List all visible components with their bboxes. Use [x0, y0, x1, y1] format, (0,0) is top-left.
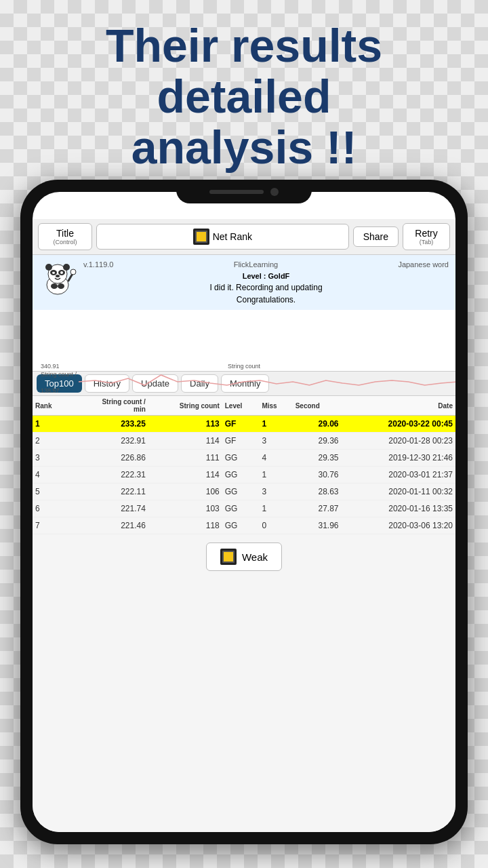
language-text: Japanese word	[398, 259, 449, 271]
weak-button[interactable]: Weak	[206, 542, 282, 571]
retry-button[interactable]: Retry (Tab)	[403, 223, 450, 250]
table-row: 4222.31114GG130.762020-03-01 21:37	[33, 467, 455, 484]
phone-notch	[176, 180, 312, 203]
share-button[interactable]: Share	[353, 226, 399, 247]
app-content: Title (Control) Net Rank Share Retry (Ta…	[33, 219, 455, 832]
chart-y-top: 340.91	[41, 363, 60, 370]
svg-point-12	[58, 283, 64, 289]
title-sub-label: (Control)	[45, 239, 85, 245]
notch-camera	[270, 188, 279, 196]
headline-line3: analysis !!	[131, 121, 357, 173]
svg-point-7	[60, 271, 63, 274]
info-bar: v.1.119.0 FlickLearning Japanese word Le…	[33, 255, 455, 310]
headline: Their results detailed analysis !!	[0, 20, 488, 172]
message-text: I did it. Recording and updating	[83, 281, 449, 294]
net-rank-button[interactable]: Net Rank	[96, 224, 349, 250]
table-container: Rank String count /min String count Leve…	[33, 396, 455, 534]
table-row: 5222.11106GG328.632020-01-11 00:32	[33, 484, 455, 500]
weak-section: Weak	[33, 534, 455, 579]
chart-svg	[79, 361, 455, 409]
film-icon	[193, 229, 209, 245]
chart-y-bottom: 138.57	[41, 387, 60, 394]
share-label: Share	[363, 231, 388, 242]
net-rank-label: Net Rank	[213, 231, 252, 242]
level-text: Level : GoldF	[83, 271, 449, 282]
chart-y-axis-label: String count /	[41, 371, 77, 378]
title-label: Title	[56, 228, 74, 239]
table-row: 3226.86111GG429.352019-12-30 21:46	[33, 450, 455, 467]
table-row: 7221.46118GG031.962020-03-06 13:20	[33, 517, 455, 534]
svg-point-8	[56, 275, 60, 277]
svg-point-11	[51, 283, 58, 289]
svg-point-10	[70, 269, 76, 275]
retry-sub-label: (Tab)	[410, 239, 443, 245]
chart-area: 340.91 String count / 138.57 String coun…	[33, 310, 455, 371]
weak-film-icon	[220, 549, 237, 565]
toolbar: Title (Control) Net Rank Share Retry (Ta…	[33, 219, 455, 255]
phone-screen: Title (Control) Net Rank Share Retry (Ta…	[33, 192, 455, 832]
rankings-table: Rank String count /min String count Leve…	[33, 396, 455, 534]
svg-point-2	[45, 264, 52, 271]
svg-point-3	[63, 264, 70, 271]
panda-avatar	[39, 259, 77, 296]
headline-line2: detailed	[157, 71, 331, 122]
table-row: 1233.25113GF129.062020-03-22 00:45	[33, 416, 455, 433]
headline-line1: Their results	[106, 20, 382, 71]
info-text-block: v.1.119.0 FlickLearning Japanese word Le…	[83, 259, 449, 306]
table-row: 6221.74103GG127.872020-01-16 13:35	[33, 500, 455, 517]
table-row: 2232.91114GF329.362020-01-28 00:23	[33, 433, 455, 450]
weak-button-label: Weak	[242, 551, 268, 563]
app-name-text: FlickLearning	[234, 259, 278, 271]
version-text: v.1.119.0	[83, 259, 113, 271]
message2-text: Congratulations.	[83, 294, 449, 306]
phone-frame: Title (Control) Net Rank Share Retry (Ta…	[20, 180, 468, 844]
notch-bar	[209, 190, 264, 194]
title-button[interactable]: Title (Control)	[38, 223, 92, 250]
table-body: 1233.25113GF129.062020-03-22 00:452232.9…	[33, 416, 455, 534]
retry-label: Retry	[415, 228, 437, 239]
